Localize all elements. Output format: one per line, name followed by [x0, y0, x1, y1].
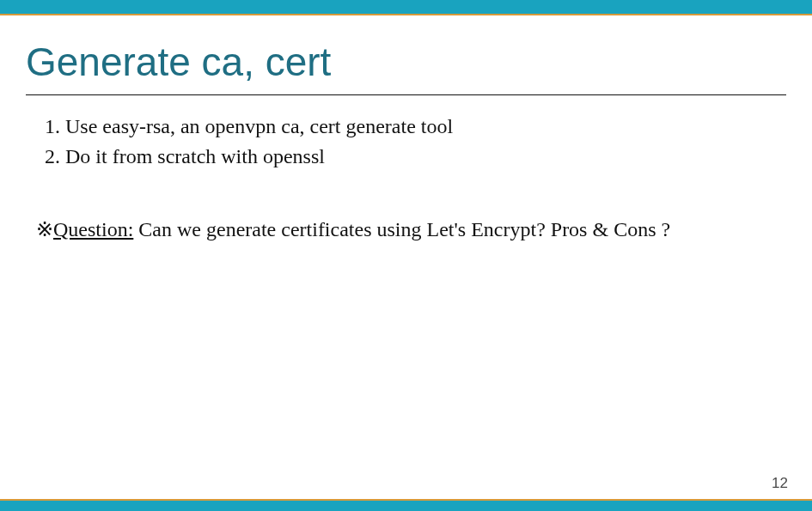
slide: Generate ca, cert 1. Use easy-rsa, an op… [0, 0, 812, 511]
list-item: 1. Use easy-rsa, an openvpn ca, cert gen… [36, 112, 776, 142]
slide-content: 1. Use easy-rsa, an openvpn ca, cert gen… [36, 112, 776, 244]
list-item: 2. Do it from scratch with openssl [36, 142, 776, 172]
list-number: 1. [36, 112, 60, 142]
top-accent-bar [0, 0, 812, 15]
list-text: Do it from scratch with openssl [65, 142, 325, 172]
question-paragraph: ※Question: Can we generate certificates … [36, 215, 758, 245]
list-number: 2. [36, 142, 60, 172]
slide-title: Generate ca, cert [26, 39, 331, 85]
numbered-list: 1. Use easy-rsa, an openvpn ca, cert gen… [36, 112, 776, 172]
list-text: Use easy-rsa, an openvpn ca, cert genera… [65, 112, 453, 142]
bottom-accent-bar [0, 499, 812, 511]
title-underline [26, 94, 786, 95]
question-marker: ※ [36, 218, 53, 240]
question-text: Can we generate certificates using Let's… [133, 218, 670, 240]
page-number: 12 [772, 475, 788, 492]
question-label: Question: [53, 218, 133, 240]
